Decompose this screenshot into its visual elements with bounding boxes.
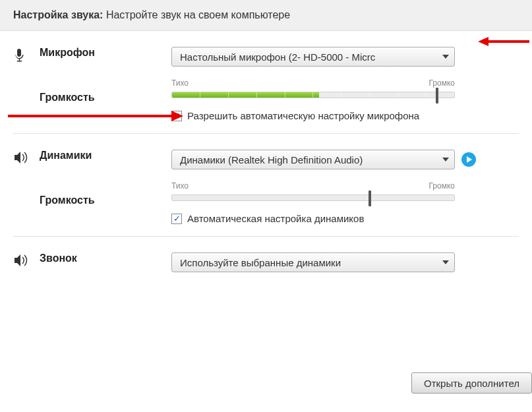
mic-dropdown-text: Настольный микрофон (2- HD-5000 - Micrc bbox=[180, 51, 375, 63]
ring-label: Звонок bbox=[40, 252, 171, 264]
mic-volume-slider[interactable] bbox=[171, 92, 455, 98]
chevron-down-icon bbox=[442, 55, 449, 59]
speakers-volume-label: Громкость bbox=[40, 194, 171, 206]
speaker-icon bbox=[13, 151, 28, 164]
section-speakers: Динамики Громкость Динамики (Realtek Hig… bbox=[13, 134, 519, 237]
ring-dropdown[interactable]: Используйте выбранные динамики bbox=[171, 252, 455, 272]
mic-slider-high: Громко bbox=[429, 78, 455, 88]
header: Настройка звука: Настройте звук на своем… bbox=[0, 0, 532, 31]
annotation-arrow-icon bbox=[478, 35, 531, 48]
header-title-rest: Настройте звук на своем компьютере bbox=[106, 9, 290, 20]
mic-slider-thumb[interactable] bbox=[436, 88, 438, 103]
speakers-volume-slider[interactable] bbox=[171, 194, 455, 201]
speakers-slider-low: Тихо bbox=[171, 181, 189, 191]
open-additional-button[interactable]: Открыть дополнител bbox=[411, 372, 532, 394]
chevron-down-icon bbox=[442, 260, 449, 264]
section-ring: Звонок Используйте выбранные динамики bbox=[13, 237, 519, 284]
speakers-label: Динамики bbox=[40, 150, 171, 162]
speakers-dropdown[interactable]: Динамики (Realtek High Definition Audio) bbox=[171, 150, 455, 169]
section-microphone: Микрофон Громкость Настольный микрофон (… bbox=[13, 31, 519, 134]
speakers-auto-label: Автоматическая настройка динамиков bbox=[187, 213, 364, 224]
speaker-icon bbox=[13, 254, 28, 267]
mic-label: Микрофон bbox=[40, 47, 171, 59]
open-additional-label: Открыть дополнител bbox=[424, 378, 519, 389]
header-title-bold: Настройка звука: bbox=[13, 9, 103, 20]
mic-auto-checkbox[interactable]: ✓ bbox=[171, 111, 182, 121]
mic-auto-label: Разрешить автоматическую настройку микро… bbox=[187, 110, 419, 121]
mic-dropdown[interactable]: Настольный микрофон (2- HD-5000 - Micrc bbox=[171, 47, 455, 67]
speakers-slider-thumb[interactable] bbox=[369, 191, 371, 206]
annotation-arrow-icon bbox=[7, 109, 185, 123]
mic-slider-low: Тихо bbox=[171, 78, 189, 88]
speakers-auto-checkbox[interactable]: ✓ bbox=[171, 214, 182, 224]
play-test-sound-button[interactable] bbox=[461, 152, 476, 167]
chevron-down-icon bbox=[442, 158, 449, 162]
mic-volume-label: Громкость bbox=[40, 92, 171, 103]
ring-dropdown-text: Используйте выбранные динамики bbox=[180, 257, 341, 268]
svg-marker-1 bbox=[478, 37, 488, 46]
speakers-slider-high: Громко bbox=[429, 181, 455, 191]
speakers-dropdown-text: Динамики (Realtek High Definition Audio) bbox=[180, 154, 363, 165]
microphone-icon bbox=[13, 48, 25, 64]
